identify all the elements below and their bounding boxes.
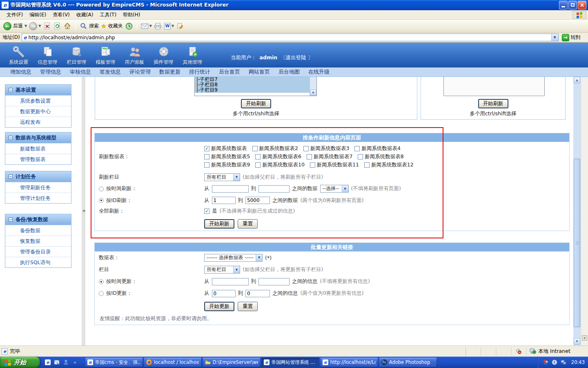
nav-user-panel[interactable]: 用户面板 [120,45,149,66]
sidebar-item-backup-data[interactable]: 备份数据 [5,225,71,236]
sidebar-item-manage-refresh-task[interactable]: 管理刷新任务 [5,182,71,193]
taskbar-window-3[interactable]: D:\EmpireServer\web... [203,358,260,367]
history-button[interactable] [125,22,133,30]
by-time-radio[interactable] [99,186,104,191]
menu-help[interactable]: 帮助(H) [120,11,143,19]
submenu-site-home[interactable]: 网站首页 [249,68,270,76]
submenu-admin-home[interactable]: 后台首页 [219,68,240,76]
logout-link[interactable]: 〔退出登陆 〕 [281,54,313,61]
quick-launch-overflow[interactable]: » [74,360,76,365]
time-to-input[interactable] [258,185,290,193]
back-button[interactable]: ← 后退 ▼ [3,22,27,30]
start-button[interactable]: 开始 [0,357,40,368]
list-item[interactable]: |-子栏目9 [195,88,316,93]
address-input[interactable] [29,34,551,40]
quick-outlook-icon[interactable] [54,359,60,365]
sidebar-item-remote-publish[interactable]: 远程发布 [5,117,71,127]
start-update-button[interactable]: 开始更新 [204,302,234,311]
table-checkbox[interactable] [307,154,312,159]
time-from-input[interactable] [212,185,249,193]
table-checkbox[interactable] [252,146,258,151]
submenu-review-info[interactable]: 审核信息 [70,68,91,76]
sidebar-item-manage-plan-task[interactable]: 管理计划任务 [5,193,71,203]
submenu-comment-manage[interactable]: 评论管理 [129,68,151,76]
collapse-icon[interactable]: − [9,136,13,140]
close-button[interactable]: × [578,1,586,9]
id-to-input[interactable] [245,197,270,204]
taskbar-window-5[interactable]: e http://localhost/e/Lo... [321,358,378,367]
table-checkbox[interactable] [310,162,315,168]
forward-button[interactable]: → ▼ [29,22,41,30]
submenu-manage-info[interactable]: 管理信息 [40,68,61,76]
columns-select[interactable]: 所有栏目 ▼ [204,173,240,181]
time-from-input[interactable] [212,278,249,285]
time-to-input[interactable] [258,278,290,285]
collapse-icon[interactable]: − [9,88,13,92]
taskbar-window-6[interactable]: Ps Adobe Photoshop [379,358,437,367]
start-refresh-button[interactable]: 开始刷新 [241,99,271,108]
minimize-button[interactable] [559,1,568,9]
table-checkbox[interactable]: ✓ [204,146,209,151]
table-checkbox[interactable] [255,162,261,168]
sidebar-item-data-update-center[interactable]: 数据更新中心 [5,106,71,117]
nav-other-management[interactable]: 其他管理 [178,45,207,66]
go-button[interactable]: → 转到 [560,34,582,41]
sidebar-group-backup-header[interactable]: − 备份/恢复数据 [5,214,71,225]
table-checkbox[interactable] [364,162,370,168]
page-scrollbar[interactable]: ▲ ▼ [573,77,581,346]
sidebar-item-new-table[interactable]: 新建数据表 [5,143,71,154]
chevron-down-icon[interactable]: ▼ [256,254,262,261]
columns-select[interactable]: 所有栏目 ▼ [204,266,240,274]
menu-favorites[interactable]: 收藏(A) [73,11,97,19]
scroll-down-icon[interactable]: ▼ [310,90,316,96]
by-time-radio[interactable] [99,279,104,284]
sidebar-group-tasks-header[interactable]: − 计划任务 [5,171,71,182]
submenu-add-info[interactable]: 增加信息 [10,68,31,76]
table-checkbox[interactable] [354,146,360,151]
scroll-down-icon[interactable]: ▼ [582,335,587,341]
nav-column-management[interactable]: 栏目管理 [62,45,91,66]
menu-file[interactable]: 文件(F) [3,11,26,19]
collapse-icon[interactable]: − [9,175,13,179]
tray-app-icon[interactable] [543,359,548,365]
restore-button[interactable] [568,1,577,9]
nav-system-settings[interactable]: 系统设置 [4,45,33,66]
menu-view[interactable]: 查看(V) [49,11,73,19]
address-dropdown-icon[interactable]: ▼ [551,34,558,41]
edit-with-word-button[interactable]: W ▼ [164,23,174,29]
stop-button[interactable] [43,22,51,30]
submenu-data-update[interactable]: 数据更新 [159,68,180,76]
menu-tools[interactable]: 工具(T) [96,11,120,19]
sidebar-splitter[interactable]: ◀ [82,77,85,346]
sidebar-item-system-params[interactable]: 系统参数设置 [5,95,71,106]
messenger-button[interactable] [176,22,184,30]
quick-ie-icon[interactable]: e [45,359,51,365]
taskbar-window-1[interactable]: e 帝国cms - 安全、强... [85,358,143,367]
reset-button[interactable]: 重置 [238,219,258,229]
table-checkbox[interactable] [204,154,209,159]
chevron-down-icon[interactable]: ▼ [233,174,240,181]
listbox-scrollbar[interactable]: ▼ [310,77,316,96]
sidebar-item-manage-backup-dir[interactable]: 管理备份目录 [5,246,71,257]
nav-info-management[interactable]: 信息管理 [33,45,62,66]
columns-listbox[interactable]: |-子栏目7 |-子栏目8 |-子栏目9 ▼ [194,77,317,96]
sidebar-group-datatable-header[interactable]: − 数据表与系统模型 [5,132,71,143]
favorites-button[interactable]: ★ 收藏夹 [101,22,122,30]
submenu-admin-map[interactable]: 后台地图 [278,68,300,76]
submenu-sign-info[interactable]: 签发信息 [100,68,121,76]
table-checkbox[interactable] [255,154,261,159]
id-to-input[interactable] [245,290,270,297]
chevron-down-icon[interactable]: ▼ [342,185,348,192]
nav-template-management[interactable]: 模板管理 [91,45,120,66]
by-id-radio[interactable] [99,291,104,296]
collapse-icon[interactable]: − [9,218,13,222]
table-select[interactable]: ------ 选择数据表 ----- ▼ [204,254,263,262]
reset-button[interactable]: 重置 [238,302,258,311]
id-from-input[interactable] [212,197,236,204]
back-dropdown-icon[interactable]: ▼ [24,24,27,28]
sidebar-item-manage-table[interactable]: 管理数据表 [5,154,71,164]
sidebar-item-exec-sql[interactable]: 执行SQL语句 [5,257,71,267]
start-refresh-button[interactable]: 开始刷新 [204,219,234,229]
outer-scrollbar[interactable]: ▼ [581,77,588,346]
mail-button[interactable]: ▼ [141,23,152,29]
